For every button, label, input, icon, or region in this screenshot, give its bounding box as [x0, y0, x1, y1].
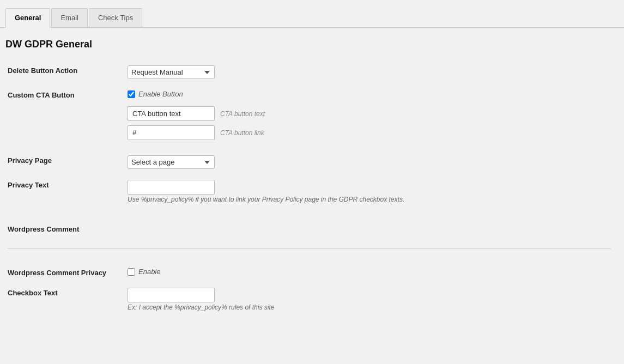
form-table: Delete Button Action Request Manual Auto…: [5, 60, 613, 317]
cta-text-input[interactable]: [128, 106, 215, 121]
custom-cta-button-label: Custom CTA Button: [5, 84, 125, 150]
enable-button-checkbox[interactable]: [128, 90, 135, 98]
privacy-page-select[interactable]: Select a page: [128, 155, 215, 169]
tab-check-tips[interactable]: Check Tips: [89, 8, 142, 27]
section-spacer: [5, 209, 613, 220]
wordpress-comment-privacy-row: Wordpress Comment Privacy Enable: [5, 262, 613, 282]
page-wrapper: General Email Check Tips DW GDPR General…: [0, 0, 624, 364]
wp-comment-privacy-checkbox[interactable]: [128, 268, 135, 276]
privacy-page-row: Privacy Page Select a page: [5, 150, 613, 174]
privacy-text-input[interactable]: [128, 180, 215, 195]
privacy-text-description: Use %privacy_policy% if you want to link…: [128, 196, 611, 203]
main-section-title: DW GDPR General: [5, 39, 613, 50]
enable-button-row: Enable Button: [128, 90, 611, 98]
wordpress-comment-title: Wordpress Comment: [5, 220, 613, 239]
content-area: DW GDPR General Delete Button Action Req…: [0, 28, 624, 327]
hr-row: [5, 239, 613, 262]
wordpress-comment-privacy-label: Wordpress Comment Privacy: [5, 262, 125, 282]
wp-comment-enable-label: Enable: [138, 268, 160, 276]
enable-button-label: Enable Button: [138, 90, 183, 98]
privacy-text-row: Privacy Text Use %privacy_policy% if you…: [5, 174, 613, 209]
tabs-bar: General Email Check Tips: [0, 0, 624, 28]
delete-button-action-select[interactable]: Request Manual Automatic: [128, 65, 215, 79]
wp-comment-enable-row: Enable: [128, 268, 611, 276]
cta-text-row: CTA button text: [128, 106, 611, 121]
cta-link-input[interactable]: [128, 125, 215, 140]
cta-text-inline-label: CTA button text: [220, 110, 265, 118]
privacy-page-label: Privacy Page: [5, 150, 125, 174]
tab-email[interactable]: Email: [51, 8, 88, 27]
wordpress-comment-title-row: Wordpress Comment: [5, 220, 613, 239]
tab-general[interactable]: General: [5, 8, 50, 28]
privacy-text-label: Privacy Text: [5, 174, 125, 209]
delete-button-action-label: Delete Button Action: [5, 60, 125, 84]
checkbox-text-description: Ex: I accept the %privacy_policy% rules …: [128, 304, 611, 311]
section-hr: [8, 248, 611, 249]
delete-button-action-row: Delete Button Action Request Manual Auto…: [5, 60, 613, 84]
checkbox-text-input[interactable]: [128, 288, 215, 302]
checkbox-text-row: Checkbox Text Ex: I accept the %privacy_…: [5, 282, 613, 317]
cta-link-inline-label: CTA button link: [220, 129, 264, 137]
custom-cta-button-row: Custom CTA Button Enable Button CTA butt…: [5, 84, 613, 150]
checkbox-text-label: Checkbox Text: [5, 282, 125, 317]
cta-link-row: CTA button link: [128, 125, 611, 140]
